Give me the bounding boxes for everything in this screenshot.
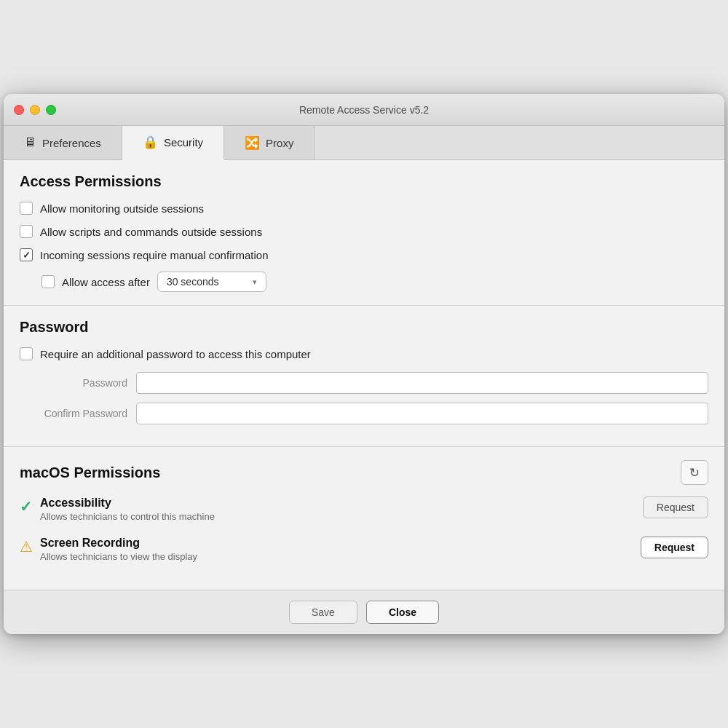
manual-confirm-checkbox[interactable] xyxy=(20,248,33,261)
minimize-button[interactable] xyxy=(30,105,40,115)
password-input[interactable] xyxy=(136,372,708,394)
refresh-button[interactable]: ↺ xyxy=(681,460,708,485)
close-button-footer[interactable]: Close xyxy=(366,601,439,624)
password-section-title: Password xyxy=(20,319,708,336)
screen-recording-info: Screen Recording Allows technicians to v… xyxy=(40,537,641,562)
security-icon: 🔒 xyxy=(143,135,158,150)
allow-scripts-checkbox[interactable] xyxy=(20,225,33,238)
password-section: Password Require an additional password … xyxy=(4,306,724,447)
screen-recording-name: Screen Recording xyxy=(40,537,641,550)
access-permissions-section: Access Permissions Allow monitoring outs… xyxy=(4,160,724,306)
password-field-label: Password xyxy=(20,377,136,389)
allow-access-after-row: Allow access after 30 seconds ▾ xyxy=(41,272,708,292)
content-area: Access Permissions Allow monitoring outs… xyxy=(4,160,724,590)
allow-access-after-label: Allow access after xyxy=(62,276,150,288)
require-password-row: Require an additional password to access… xyxy=(20,347,708,360)
tab-preferences-label: Preferences xyxy=(42,137,101,149)
confirm-password-field-row: Confirm Password xyxy=(20,403,708,424)
tab-preferences[interactable]: 🖥 Preferences xyxy=(4,126,122,159)
close-button[interactable] xyxy=(14,105,24,115)
screen-recording-status-icon: ⚠ xyxy=(20,538,40,555)
accessibility-info: Accessibility Allows technicians to cont… xyxy=(40,496,643,522)
footer: Save Close xyxy=(4,590,724,634)
allow-access-after-checkbox[interactable] xyxy=(41,275,55,288)
chevron-down-icon: ▾ xyxy=(253,277,257,287)
save-button[interactable]: Save xyxy=(289,601,357,624)
manual-confirm-label: Incoming sessions require manual confirm… xyxy=(40,249,268,261)
proxy-icon: 🔀 xyxy=(245,135,260,151)
screen-recording-permission-row: ⚠ Screen Recording Allows technicians to… xyxy=(20,537,708,562)
traffic-lights xyxy=(14,105,56,115)
access-permissions-title: Access Permissions xyxy=(20,173,708,190)
require-password-checkbox[interactable] xyxy=(20,347,33,360)
accessibility-status-icon: ✓ xyxy=(20,498,40,515)
checkbox-row-scripts: Allow scripts and commands outside sessi… xyxy=(20,225,708,238)
macos-permissions-header: macOS Permissions ↺ xyxy=(20,460,708,485)
accessibility-description: Allows technicians to control this machi… xyxy=(40,511,643,522)
accessibility-request-button[interactable]: Request xyxy=(643,496,708,518)
refresh-icon: ↺ xyxy=(689,465,700,480)
require-password-label: Require an additional password to access… xyxy=(40,348,311,360)
titlebar: Remote Access Service v5.2 xyxy=(4,94,724,126)
accessibility-permission-row: ✓ Accessibility Allows technicians to co… xyxy=(20,496,708,522)
tab-security[interactable]: 🔒 Security xyxy=(122,126,224,160)
checkbox-row-manual-confirm: Incoming sessions require manual confirm… xyxy=(20,248,708,261)
confirm-password-input[interactable] xyxy=(136,403,708,424)
confirm-password-field-label: Confirm Password xyxy=(20,408,136,419)
password-field-row: Password xyxy=(20,372,708,394)
allow-scripts-label: Allow scripts and commands outside sessi… xyxy=(40,226,262,238)
screen-recording-description: Allows technicians to view the display xyxy=(40,551,641,562)
tab-proxy[interactable]: 🔀 Proxy xyxy=(224,126,314,159)
window-title: Remote Access Service v5.2 xyxy=(299,104,429,116)
maximize-button[interactable] xyxy=(46,105,56,115)
tab-security-label: Security xyxy=(164,136,203,149)
app-window: Remote Access Service v5.2 🖥 Preferences… xyxy=(4,94,724,634)
checkbox-row-monitoring: Allow monitoring outside sessions xyxy=(20,202,708,215)
tab-proxy-label: Proxy xyxy=(266,137,293,149)
accessibility-name: Accessibility xyxy=(40,496,643,510)
tab-bar: 🖥 Preferences 🔒 Security 🔀 Proxy xyxy=(4,126,724,160)
preferences-icon: 🖥 xyxy=(24,135,36,150)
timeout-dropdown-value: 30 seconds xyxy=(167,276,219,288)
allow-monitoring-label: Allow monitoring outside sessions xyxy=(40,202,204,215)
screen-recording-request-button[interactable]: Request xyxy=(641,537,708,558)
macos-permissions-section: macOS Permissions ↺ ✓ Accessibility Allo… xyxy=(4,447,724,590)
timeout-dropdown[interactable]: 30 seconds ▾ xyxy=(157,272,266,292)
allow-monitoring-checkbox[interactable] xyxy=(20,202,33,215)
macos-permissions-title: macOS Permissions xyxy=(20,464,160,481)
